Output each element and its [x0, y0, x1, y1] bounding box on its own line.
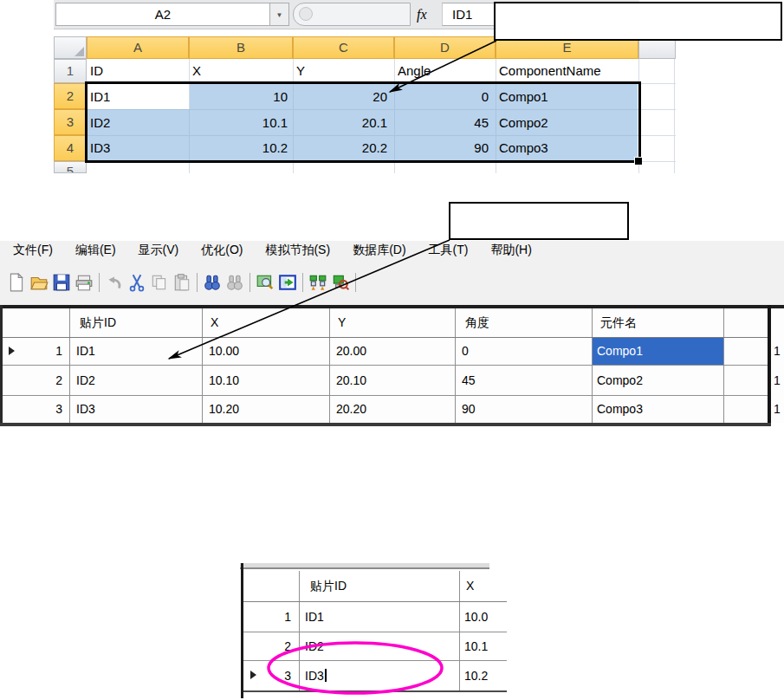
print-button[interactable] — [73, 271, 95, 294]
name-box-dropdown-icon[interactable]: ▼ — [270, 3, 289, 26]
bottom-col-line — [459, 571, 460, 690]
copy-button[interactable] — [148, 271, 171, 294]
paste-icon — [172, 273, 191, 292]
row-number[interactable]: 1 — [256, 602, 291, 632]
menu-tools[interactable]: 工具(T) — [418, 241, 480, 260]
current-row-marker — [9, 347, 15, 355]
row-number[interactable]: 2 — [26, 366, 62, 395]
bottom-col-line — [299, 571, 300, 690]
col-header-C[interactable]: C — [293, 36, 394, 59]
col-header-D[interactable]: D — [394, 36, 496, 59]
cell-C1[interactable]: Y — [296, 59, 305, 83]
copy-icon — [150, 273, 169, 292]
grid-cell-y[interactable]: 20.00 — [336, 338, 366, 365]
col-header-B[interactable]: B — [189, 36, 293, 59]
bottom-cell-x[interactable]: 10.2 — [464, 661, 488, 690]
grid-cell-x[interactable]: 10.20 — [209, 396, 239, 423]
grid-cell-component-selected[interactable]: Compo1 — [593, 338, 723, 365]
row-number[interactable]: 2 — [256, 632, 291, 660]
grid-cell-x[interactable]: 10.00 — [209, 338, 239, 365]
grid-row-line — [3, 395, 768, 396]
row-header-4[interactable]: 4 — [54, 135, 87, 161]
grid-cell-angle[interactable]: 45 — [462, 366, 476, 395]
grid-cell-y[interactable]: 20.20 — [336, 396, 366, 423]
row-number[interactable]: 3 — [256, 661, 291, 690]
find-next-button[interactable] — [224, 271, 246, 294]
import-view-icon — [278, 273, 297, 292]
grid-cell-id[interactable]: ID1 — [76, 338, 95, 365]
row-number[interactable]: 3 — [26, 396, 62, 423]
bottom-header-id[interactable]: 贴片ID — [310, 571, 347, 601]
grid-col-line — [455, 308, 456, 423]
grid-cell-angle[interactable]: 0 — [462, 338, 469, 365]
current-row-marker — [250, 671, 256, 679]
row-header-3[interactable]: 3 — [54, 109, 87, 135]
grid-header-component[interactable]: 元件名 — [600, 308, 637, 337]
formula-bar-circle — [299, 7, 313, 21]
grid-cell-id[interactable]: ID2 — [76, 366, 95, 395]
import-view-button[interactable] — [276, 271, 299, 294]
machine-search-button[interactable] — [329, 271, 352, 294]
grid-header-id[interactable]: 贴片ID — [80, 308, 116, 337]
grid-cell-y[interactable]: 20.10 — [336, 366, 366, 395]
new-file-button[interactable] — [5, 271, 28, 294]
grid-cell-component[interactable]: Compo2 — [597, 366, 643, 395]
grid-col-line — [202, 308, 203, 423]
bottom-cell-x[interactable]: 10.0 — [464, 602, 488, 632]
bottom-header-x[interactable]: X — [466, 571, 474, 601]
text-caret — [325, 669, 327, 682]
selection-border[interactable] — [85, 81, 641, 163]
select-all-triangle-icon — [75, 47, 84, 56]
grid-cell-angle[interactable]: 90 — [462, 396, 476, 423]
menu-view[interactable]: 显示(V) — [127, 241, 191, 260]
cut-icon — [127, 273, 146, 292]
grid-cell-next-partial[interactable]: 1 — [774, 366, 781, 395]
row-header-1[interactable]: 1 — [54, 59, 87, 83]
selection-fill-handle[interactable] — [634, 157, 642, 165]
grid-left-border — [0, 305, 3, 426]
grid-cell-x[interactable]: 10.10 — [209, 366, 239, 395]
grid-right-border — [768, 305, 771, 426]
bottom-cell-id[interactable]: ID2 — [305, 632, 324, 660]
paste-button[interactable] — [171, 271, 193, 294]
open-file-button[interactable] — [28, 271, 50, 294]
menu-database[interactable]: 数据库(D) — [341, 241, 417, 260]
grid-cell-next-partial[interactable]: 1 — [774, 396, 781, 423]
send-to-machine-button[interactable] — [307, 271, 329, 294]
toolbar — [0, 260, 784, 305]
grid-header-x[interactable]: X — [211, 308, 218, 337]
grid-col-line — [723, 308, 724, 423]
save-button[interactable] — [50, 271, 73, 294]
menu-file[interactable]: 文件(F) — [2, 241, 64, 260]
select-all-corner[interactable] — [54, 36, 87, 59]
fx-icon[interactable]: fx — [417, 4, 439, 25]
grid-header-y[interactable]: Y — [338, 308, 346, 337]
excel-name-box[interactable]: A2 — [55, 3, 270, 26]
row-header-2[interactable]: 2 — [54, 83, 87, 109]
bottom-cell-id[interactable]: ID1 — [305, 602, 324, 632]
cell-D1[interactable]: Angle — [398, 59, 431, 83]
bottom-cell-id-editing[interactable]: ID3 — [305, 661, 327, 690]
grid-cell-component[interactable]: Compo3 — [597, 396, 643, 423]
menu-help[interactable]: 帮助(H) — [479, 241, 542, 260]
preview-zoom-button[interactable] — [254, 271, 276, 294]
undo-button[interactable] — [103, 271, 126, 294]
menu-edit[interactable]: 编辑(E) — [64, 241, 127, 260]
grid-cell-id[interactable]: ID3 — [76, 396, 95, 423]
row-header-5[interactable]: 5 — [54, 161, 87, 173]
cell-A1[interactable]: ID — [90, 59, 103, 83]
find-button[interactable] — [201, 271, 224, 294]
col-header-A[interactable]: A — [87, 36, 189, 59]
bottom-cell-x[interactable]: 10.1 — [464, 632, 488, 660]
cut-button[interactable] — [126, 271, 148, 294]
menu-optimize[interactable]: 优化(O) — [190, 241, 254, 260]
cell-B1[interactable]: X — [192, 59, 201, 83]
menu-simulate[interactable]: 模拟节拍(S) — [254, 241, 341, 260]
grid-header-angle[interactable]: 角度 — [465, 308, 489, 337]
cell-E1[interactable]: ComponentName — [499, 59, 601, 83]
grid-cell-next-partial[interactable]: 1 — [774, 338, 781, 365]
toolbar-separator — [197, 273, 198, 292]
row-number[interactable]: 1 — [26, 338, 62, 365]
toolbar-separator — [355, 273, 356, 292]
toolbar-separator — [99, 273, 100, 292]
